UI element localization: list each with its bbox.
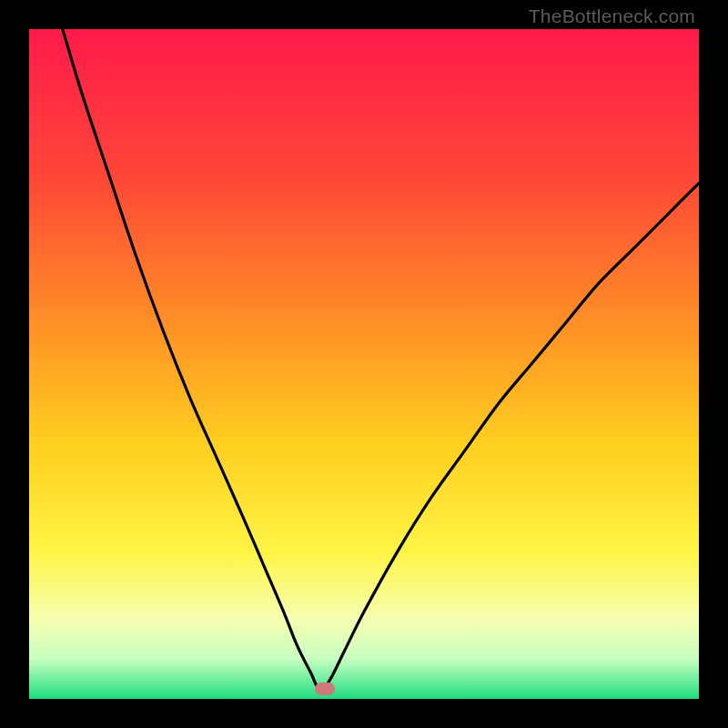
bottleneck-curve bbox=[29, 29, 699, 699]
plot-area bbox=[29, 29, 699, 699]
min-marker bbox=[315, 682, 335, 695]
watermark-text: TheBottleneck.com bbox=[529, 5, 695, 27]
chart-frame: TheBottleneck.com bbox=[0, 0, 728, 728]
